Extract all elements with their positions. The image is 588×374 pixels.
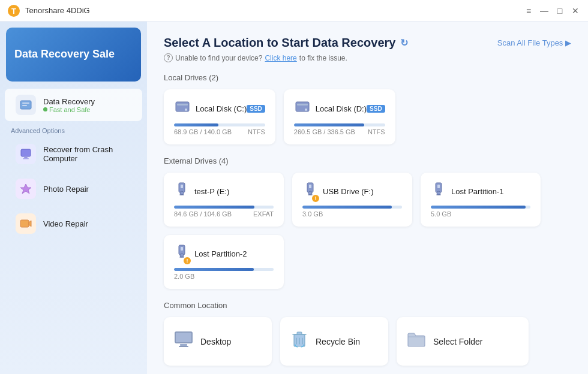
device-notice: ? Unable to find your device? Click here… [164, 53, 571, 62]
drive-d-info: Local Disk (D:) [294, 98, 367, 119]
drive-f-info: ! USB Drive (F:) [302, 182, 374, 201]
sidebar-item-video-label: Video Repair [43, 219, 88, 228]
scan-all-link[interactable]: Scan All File Types ▶ [497, 38, 571, 47]
select-folder-icon [407, 331, 426, 352]
sidebar-item-video-repair[interactable]: Video Repair [5, 207, 142, 240]
svg-point-25 [437, 191, 440, 195]
sidebar-item-data-recovery-label: Data Recovery [43, 97, 95, 106]
svg-rect-29 [175, 332, 192, 343]
drive-e-size: 84.6 GB / 104.6 GB [174, 210, 232, 218]
app-logo-icon: T [7, 4, 20, 17]
maximize-btn[interactable]: □ [554, 5, 565, 16]
drive-d-size: 260.5 GB / 336.5 GB [294, 128, 355, 135]
svg-rect-34 [297, 332, 302, 334]
drive-d-name: Local Disk (D:) [316, 104, 367, 113]
warning-badge-lp2: ! [184, 257, 191, 264]
drive-e-header: test-P (E:) [174, 182, 274, 201]
svg-point-19 [180, 191, 184, 195]
location-card-recycle-bin[interactable]: Recycle Bin [280, 317, 388, 366]
drive-d-meta: 260.5 GB / 336.5 GB NTFS [294, 128, 385, 135]
svg-rect-3 [22, 102, 29, 104]
minimize-btn[interactable]: — [539, 5, 550, 16]
close-btn[interactable]: ✕ [570, 5, 581, 16]
drive-card-c[interactable]: Local Disk (C:) SSD 68.9 GB / 140.0 GB N… [164, 89, 275, 144]
local-drives-title: Local Drives (2) [164, 73, 571, 82]
svg-rect-7 [23, 158, 29, 159]
drive-lp1-size: 5.0 GB [431, 210, 451, 218]
refresh-icon[interactable]: ↻ [400, 37, 408, 49]
drive-c-icon [174, 98, 191, 119]
notice-link[interactable]: Click here [265, 54, 296, 62]
drive-d-badge: SSD [367, 105, 385, 113]
svg-point-16 [305, 108, 307, 111]
svg-rect-21 [309, 185, 311, 188]
svg-rect-31 [180, 344, 187, 346]
sidebar-item-data-recovery[interactable]: Data Recovery Fast and Safe [5, 89, 142, 121]
svg-text:T: T [11, 7, 16, 16]
sidebar-item-photo-label: Photo Repair [43, 185, 89, 194]
drive-card-lp1[interactable]: Lost Partition-1 5.0 GB [421, 173, 541, 227]
sidebar-banner-text: Data Recovery Sale [14, 47, 115, 61]
drive-c-progress-bar [174, 123, 265, 126]
local-drives-grid: Local Disk (C:) SSD 68.9 GB / 140.0 GB N… [164, 89, 571, 144]
drive-e-fs: EXFAT [253, 210, 274, 218]
drive-f-name: USB Drive (F:) [323, 187, 374, 196]
drive-e-name: test-P (E:) [194, 187, 229, 196]
drive-lp2-header: ! Lost Partition-2 [174, 244, 274, 263]
drive-lp2-progress-bar [174, 268, 274, 271]
svg-point-22 [308, 191, 312, 195]
app-name: Tenorshare 4DDiG [25, 6, 90, 15]
title-bar: T Tenorshare 4DDiG ≡ — □ ✕ [0, 0, 588, 22]
drive-f-icon: ! [302, 182, 318, 201]
drive-lp1-progress-bar [431, 206, 530, 209]
location-card-select-folder[interactable]: Select Folder [397, 317, 529, 366]
drive-e-progress-bar [174, 206, 274, 209]
drive-card-d[interactable]: Local Disk (D:) SSD 260.5 GB / 336.5 GB … [284, 89, 395, 144]
main-layout: Data Recovery Sale Data Recovery Fast an… [0, 22, 588, 374]
title-bar-controls: ≡ — □ ✕ [523, 5, 581, 16]
drive-c-size: 68.9 GB / 140.0 GB [174, 128, 232, 135]
common-location-title: Common Location [164, 301, 571, 310]
drive-d-progress-bar [294, 123, 385, 126]
sidebar-item-crash-computer[interactable]: Recover from CrashComputer [5, 138, 142, 170]
svg-rect-5 [21, 149, 31, 156]
drive-lp1-info: Lost Partition-1 [431, 182, 503, 201]
drive-card-lp2[interactable]: ! Lost Partition-2 2.0 GB [164, 235, 284, 289]
drive-e-progress-fill [174, 206, 254, 209]
svg-marker-10 [29, 221, 31, 227]
sidebar-banner[interactable]: Data Recovery Sale [6, 28, 141, 82]
svg-rect-27 [181, 247, 183, 251]
desktop-label: Desktop [200, 337, 231, 346]
external-drives-title: External Drives (4) [164, 156, 571, 165]
svg-point-13 [185, 108, 187, 111]
recycle-bin-icon [290, 330, 308, 353]
drive-lp1-progress-fill [431, 206, 526, 209]
sidebar-item-data-recovery-text: Data Recovery Fast and Safe [43, 97, 95, 113]
sidebar-item-photo-repair[interactable]: Photo Repair [5, 173, 142, 205]
drive-card-e[interactable]: test-P (E:) 84.6 GB / 104.6 GB EXFAT [164, 173, 284, 227]
select-folder-label: Select Folder [433, 337, 482, 346]
recycle-bin-label: Recycle Bin [316, 337, 360, 346]
svg-rect-24 [437, 185, 440, 188]
settings-btn[interactable]: ≡ [523, 5, 534, 16]
drive-card-c-header: Local Disk (C:) SSD [174, 98, 265, 119]
drive-d-icon [294, 98, 311, 119]
notice-text: Unable to find your device? [175, 54, 262, 62]
location-card-desktop[interactable]: Desktop [164, 317, 272, 366]
sidebar-item-crash-label: Recover from CrashComputer [43, 145, 113, 163]
drive-lp2-info: ! Lost Partition-2 [174, 244, 247, 263]
common-location-grid: Desktop Recycle Bin [164, 317, 571, 366]
status-dot [43, 107, 47, 111]
notice-icon: ? [164, 53, 173, 62]
svg-rect-32 [179, 346, 188, 347]
drive-lp1-meta: 5.0 GB [431, 210, 530, 218]
svg-rect-15 [297, 104, 308, 105]
page-title-text: Select A Location to Start Data Recovery [164, 36, 395, 50]
drive-f-meta: 3.0 GB [302, 210, 402, 218]
photo-repair-icon [16, 179, 36, 199]
sidebar-item-data-recovery-sublabel: Fast and Safe [43, 106, 95, 113]
drive-card-f[interactable]: ! USB Drive (F:) 3.0 GB [292, 173, 412, 227]
content-area: Select A Location to Start Data Recovery… [147, 22, 588, 374]
drive-e-info: test-P (E:) [174, 182, 229, 201]
drive-c-fs: NTFS [248, 128, 265, 135]
